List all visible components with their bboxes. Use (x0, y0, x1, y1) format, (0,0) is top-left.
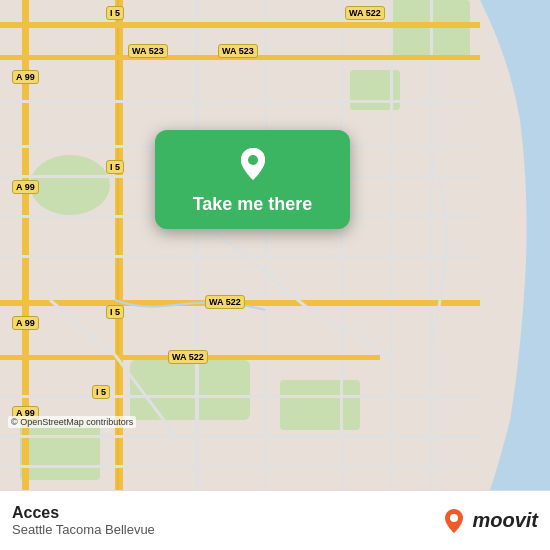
moovit-pin-icon (440, 507, 468, 535)
moovit-brand-text: moovit (472, 509, 538, 532)
svg-rect-5 (280, 380, 360, 430)
highway-label-i5-2: I 5 (106, 160, 124, 174)
svg-rect-14 (430, 0, 433, 490)
location-pin-icon (231, 142, 275, 186)
svg-rect-12 (340, 0, 343, 490)
svg-rect-10 (195, 0, 199, 490)
highway-label-i5-3: I 5 (106, 305, 124, 319)
svg-rect-13 (390, 0, 393, 490)
svg-rect-6 (20, 420, 100, 480)
osm-attribution: © OpenStreetMap contributors (8, 416, 136, 428)
highway-label-a99-3: A 99 (12, 316, 39, 330)
highway-label-wa522-2: WA 522 (205, 295, 245, 309)
svg-point-32 (248, 155, 258, 165)
highway-label-wa523-left: WA 523 (128, 44, 168, 58)
svg-point-33 (450, 514, 458, 522)
svg-rect-17 (0, 100, 480, 103)
svg-rect-26 (0, 465, 480, 468)
highway-label-a99-1: A 99 (12, 70, 39, 84)
highway-label-wa523-right: WA 523 (218, 44, 258, 58)
popup-card[interactable]: Take me there (155, 130, 350, 229)
moovit-logo: moovit (440, 507, 538, 535)
highway-label-wa522-top: WA 522 (345, 6, 385, 20)
svg-rect-15 (0, 22, 480, 28)
svg-rect-25 (0, 435, 480, 438)
location-info: Acces Seattle Tacoma Bellevue (12, 504, 155, 537)
svg-rect-11 (265, 0, 268, 490)
location-name: Acces (12, 504, 155, 522)
svg-rect-21 (0, 255, 480, 258)
svg-rect-24 (0, 395, 480, 398)
location-region: Seattle Tacoma Bellevue (12, 522, 155, 537)
highway-label-i5-4: I 5 (92, 385, 110, 399)
svg-point-3 (30, 155, 110, 215)
map-container: I 5 WA 523 WA 523 WA 522 A 99 I 5 A 99 W… (0, 0, 550, 490)
highway-label-i5-top: I 5 (106, 6, 124, 20)
bottom-bar: Acces Seattle Tacoma Bellevue moovit (0, 490, 550, 550)
highway-label-wa522-3: WA 522 (168, 350, 208, 364)
highway-label-a99-2: A 99 (12, 180, 39, 194)
svg-rect-4 (130, 360, 250, 420)
take-me-there-button[interactable]: Take me there (193, 194, 313, 215)
